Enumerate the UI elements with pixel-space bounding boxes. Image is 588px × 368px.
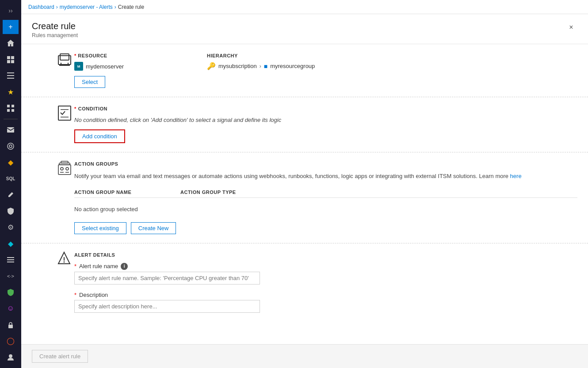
sidebar-item-back[interactable]: <·> [2, 269, 19, 284]
breadcrumb-sep1: › [56, 4, 58, 10]
svg-rect-29 [58, 165, 71, 175]
panel-subtitle: Rules management [32, 32, 78, 38]
breadcrumb-dashboard[interactable]: Dashboard [28, 4, 54, 10]
sidebar-item-notification[interactable] [2, 123, 19, 137]
learn-more-link[interactable]: here [510, 173, 522, 179]
hierarchy-item: 🔑 mysubscription › ■ myresourcegroup [207, 62, 315, 70]
resource-group-name: myresourcegroup [270, 63, 315, 69]
condition-label-text: CONDITION [78, 106, 107, 111]
svg-point-35 [64, 261, 65, 262]
svg-rect-11 [7, 127, 14, 133]
sidebar-item-expand[interactable]: ›› [2, 4, 19, 18]
panel-header-text: Create rule Rules management [32, 21, 78, 38]
svg-rect-1 [11, 56, 14, 59]
breadcrumb-alerts[interactable]: mydemoserver - Alerts [60, 4, 113, 10]
resource-hierarchy-labels: * RESOURCE M mydemoserver HIERARCHY [74, 53, 577, 71]
svg-point-31 [66, 167, 69, 170]
svg-rect-16 [7, 262, 14, 262]
condition-section-body: * CONDITION No condition defined, click … [74, 106, 577, 143]
sidebar-item-shield[interactable] [2, 285, 19, 300]
svg-rect-10 [11, 109, 14, 112]
group-icon: ■ [264, 63, 267, 70]
svg-rect-7 [7, 105, 10, 107]
sidebar-item-sql[interactable]: SQL [2, 171, 19, 186]
panel-footer: Create alert rule [21, 344, 588, 368]
svg-rect-0 [7, 56, 10, 59]
mysql-icon: M [74, 62, 83, 71]
panel-content: * RESOURCE M mydemoserver HIERARCHY [21, 44, 588, 344]
sidebar-item-monitor[interactable] [2, 139, 19, 154]
action-description: Notify your team via email and text mess… [74, 172, 577, 181]
alert-description-input[interactable] [74, 300, 260, 313]
sidebar-item-security-center[interactable] [2, 204, 19, 219]
action-table-header: ACTION GROUP NAME ACTION GROUP TYPE [74, 187, 577, 198]
sidebar-item-user[interactable] [2, 350, 19, 364]
svg-rect-3 [11, 60, 14, 63]
sidebar-item-create[interactable]: + [3, 20, 19, 34]
rule-name-info-icon[interactable]: i [121, 263, 128, 270]
alert-details-title: ALERT DETAILS [74, 252, 577, 258]
sidebar-item-favorites[interactable]: ★ [2, 85, 19, 99]
alert-description-group: * Description [74, 292, 577, 313]
select-resource-button[interactable]: Select [74, 76, 105, 88]
add-condition-button[interactable]: Add condition [74, 129, 125, 143]
sidebar-item-settings[interactable]: ⚙ [2, 220, 19, 235]
sidebar-item-home[interactable] [2, 36, 19, 50]
condition-note: No condition defined, click on 'Add cond… [74, 117, 577, 123]
alert-icon [57, 251, 71, 268]
sidebar-item-advisor[interactable]: ◆ [2, 156, 19, 170]
svg-point-13 [9, 145, 12, 148]
sidebar-item-diamond[interactable]: ◆ [2, 236, 19, 251]
alert-details-section: ALERT DETAILS * Alert rule name i * Desc… [21, 243, 588, 329]
rule-name-label-text: Alert rule name [79, 263, 118, 269]
subscription-name: mysubscription [218, 63, 257, 69]
close-button[interactable]: × [565, 21, 577, 34]
alert-rule-name-group: * Alert rule name i [74, 263, 577, 285]
svg-rect-5 [7, 75, 14, 76]
rule-name-required-star: * [74, 263, 76, 269]
sidebar: ›› + ★ ◆ SQL ⚙ ◆ <·> ☺ ◯ [0, 0, 21, 368]
sidebar-item-list[interactable] [2, 253, 19, 267]
create-new-button[interactable]: Create New [131, 222, 176, 234]
svg-rect-9 [7, 109, 10, 112]
svg-rect-6 [7, 78, 14, 79]
svg-rect-14 [7, 257, 14, 258]
breadcrumb-current: Create rule [118, 4, 144, 10]
resource-name: mydemoserver [86, 63, 124, 70]
svg-point-30 [61, 167, 63, 170]
action-btn-row: Select existing Create New [74, 222, 577, 234]
resource-label-text: RESOURCE [78, 53, 107, 58]
action-group-name-header: ACTION GROUP NAME [74, 190, 163, 195]
action-section-body: ACTION GROUPS Notify your team via email… [74, 161, 577, 234]
action-groups-section: ACTION GROUPS Notify your team via email… [21, 152, 588, 243]
sidebar-item-cost[interactable]: ☺ [2, 301, 19, 316]
resource-icon [57, 53, 73, 68]
create-alert-rule-button[interactable]: Create alert rule [32, 350, 88, 363]
svg-rect-24 [58, 106, 71, 120]
resource-section-body: * RESOURCE M mydemoserver HIERARCHY [74, 53, 577, 88]
resource-label: * RESOURCE [74, 53, 180, 58]
condition-section: * CONDITION No condition defined, click … [21, 97, 588, 152]
panel-header: Create rule Rules management × [21, 14, 588, 44]
sidebar-item-pencil[interactable] [2, 188, 19, 202]
svg-rect-2 [7, 60, 10, 63]
alert-rule-name-label: * Alert rule name i [74, 263, 577, 270]
action-title: ACTION GROUPS [74, 161, 577, 167]
alert-details-body: ALERT DETAILS * Alert rule name i * Desc… [74, 252, 577, 313]
condition-required-star: * [74, 106, 76, 111]
sidebar-item-circle[interactable]: ◯ [2, 334, 19, 349]
breadcrumb-sep2: › [115, 4, 116, 10]
sidebar-item-all-services[interactable] [2, 101, 19, 115]
alert-rule-name-input[interactable] [74, 272, 260, 285]
sidebar-item-dashboard[interactable] [2, 52, 19, 67]
svg-rect-20 [60, 54, 69, 60]
action-desc-text: Notify your team via email and text mess… [74, 173, 510, 179]
sidebar-item-menu[interactable] [2, 68, 19, 83]
select-existing-button[interactable]: Select existing [74, 222, 126, 234]
svg-point-12 [8, 143, 14, 149]
breadcrumb: Dashboard › mydemoserver - Alerts › Crea… [21, 0, 588, 14]
resource-required-star: * [74, 53, 76, 58]
sidebar-item-lock[interactable] [2, 318, 19, 332]
svg-rect-8 [11, 105, 14, 107]
hierarchy-sep: › [260, 63, 261, 69]
